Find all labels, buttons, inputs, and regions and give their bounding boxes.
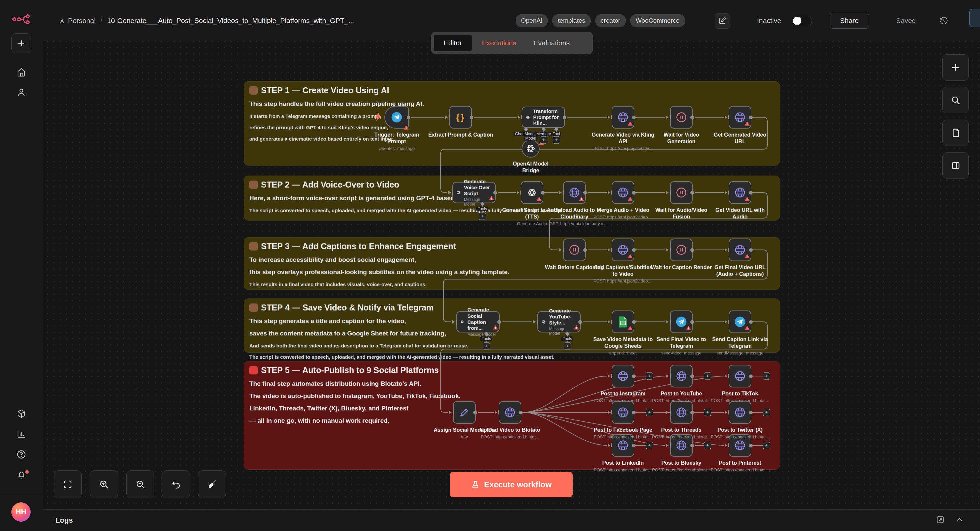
input-port[interactable] [607, 411, 612, 414]
output-port[interactable] [749, 320, 752, 324]
share-button[interactable]: Share [830, 13, 869, 29]
output-port[interactable] [632, 374, 636, 378]
output-port[interactable] [749, 444, 752, 447]
search-nodes-button[interactable] [942, 87, 969, 113]
output-port[interactable] [690, 116, 694, 119]
input-port[interactable] [666, 190, 671, 195]
add-node-button[interactable] [942, 54, 969, 81]
node-ig[interactable] [612, 365, 634, 387]
sidebar-item-insights[interactable] [16, 430, 26, 441]
execute-workflow-button[interactable]: Execute workflow [450, 472, 573, 497]
new-workflow-button[interactable] [11, 33, 31, 53]
node-waitfusion[interactable] [670, 181, 693, 204]
node-upload[interactable] [499, 401, 521, 424]
sticky-note-button[interactable] [942, 120, 969, 146]
tag-templates[interactable]: templates [552, 14, 590, 27]
output-port[interactable] [690, 444, 694, 447]
tag-creator[interactable]: creator [595, 14, 626, 27]
node-waitrender[interactable] [670, 239, 693, 261]
sticky-note-step3[interactable]: STEP 3 — Add Captions to Enhance Engagem… [243, 237, 780, 290]
node-sendvideo[interactable]: ! [670, 311, 693, 333]
node-waitvid[interactable] [670, 106, 693, 128]
add-connection-button[interactable]: + [704, 409, 711, 416]
node-getaudio[interactable]: ! [729, 181, 751, 204]
output-port[interactable] [519, 411, 523, 414]
add-connection-button[interactable]: + [483, 342, 490, 350]
breadcrumb-project[interactable]: Personal [68, 17, 95, 25]
node-sheets[interactable]: ! [612, 311, 634, 333]
input-port[interactable] [558, 248, 564, 252]
input-port[interactable] [666, 115, 671, 119]
node-sendcaption[interactable]: ! [729, 311, 751, 333]
node-extract[interactable]: {} [449, 106, 472, 128]
collapse-logs-button[interactable] [955, 515, 964, 525]
add-connection-button[interactable]: + [763, 372, 770, 380]
node-tw[interactable] [729, 401, 751, 424]
zoom-to-fit-button[interactable] [54, 470, 82, 498]
input-port[interactable] [607, 444, 612, 447]
sidebar-item-help[interactable] [16, 449, 26, 461]
output-port[interactable] [690, 411, 694, 414]
input-port[interactable] [666, 320, 671, 324]
add-connection-button[interactable]: + [479, 212, 486, 220]
sidebar-item-personal[interactable] [16, 87, 26, 98]
input-port[interactable] [724, 115, 729, 119]
partial-corner-button[interactable] [969, 9, 980, 27]
zoom-out-button[interactable] [126, 470, 154, 498]
input-port[interactable] [448, 190, 453, 195]
input-port[interactable] [724, 374, 729, 378]
add-connection-button[interactable]: + [646, 409, 653, 416]
input-port[interactable] [666, 411, 671, 414]
input-port[interactable] [452, 320, 457, 324]
output-port[interactable] [749, 116, 752, 119]
input-port[interactable] [445, 115, 450, 119]
input-port[interactable] [494, 411, 500, 414]
input-port[interactable] [724, 444, 729, 447]
output-port[interactable] [749, 191, 752, 195]
sidebar-item-templates[interactable] [16, 409, 26, 420]
input-port[interactable] [724, 411, 729, 414]
output-port[interactable] [749, 411, 752, 414]
output-port[interactable] [563, 116, 566, 119]
node-transform[interactable]: Transform Prompt for Klin... [522, 106, 565, 128]
tag-woocommerce[interactable]: WooCommerce [630, 14, 685, 27]
output-port[interactable] [632, 320, 636, 324]
tag-openai[interactable]: OpenAI [515, 14, 548, 27]
input-port[interactable] [607, 374, 612, 378]
node-bridge[interactable]: ! [522, 139, 540, 158]
sidebar-item-notifications[interactable] [16, 470, 26, 481]
output-port[interactable] [632, 116, 636, 119]
input-port[interactable] [666, 444, 671, 447]
breadcrumb[interactable]: Personal [59, 17, 95, 25]
output-port[interactable] [407, 116, 410, 119]
tab-evaluations[interactable]: Evaluations [527, 35, 578, 51]
input-port[interactable] [607, 320, 612, 324]
input-port[interactable] [607, 190, 612, 195]
output-port[interactable] [493, 191, 497, 195]
add-connection-button[interactable]: + [763, 442, 770, 449]
input-port[interactable] [724, 320, 729, 324]
tab-executions[interactable]: Executions [475, 35, 523, 51]
node-tts[interactable]: ! [521, 181, 543, 204]
node-addcap[interactable]: ! [612, 239, 634, 261]
input-port[interactable] [724, 248, 729, 252]
node-cloudinary[interactable]: ! [563, 181, 585, 204]
output-port[interactable] [632, 411, 636, 414]
history-button[interactable] [939, 16, 948, 27]
add-connection-button[interactable]: + [704, 442, 711, 449]
node-kling[interactable]: ! [612, 106, 634, 128]
add-connection-button[interactable]: + [540, 136, 547, 144]
node-fb[interactable] [612, 401, 634, 424]
output-port[interactable] [632, 191, 636, 195]
output-port[interactable] [690, 320, 694, 324]
input-port[interactable] [449, 411, 453, 414]
node-yt[interactable] [670, 365, 693, 387]
output-port[interactable] [632, 444, 636, 447]
input-port[interactable] [607, 248, 612, 252]
input-port[interactable] [607, 115, 612, 119]
output-port[interactable] [749, 248, 752, 252]
sticky-note-step1[interactable]: STEP 1 — Create Video Using AIThis step … [243, 81, 780, 166]
add-connection-button[interactable]: + [564, 342, 571, 350]
node-waitcap[interactable] [563, 239, 585, 261]
node-merge[interactable]: ! [612, 181, 634, 204]
